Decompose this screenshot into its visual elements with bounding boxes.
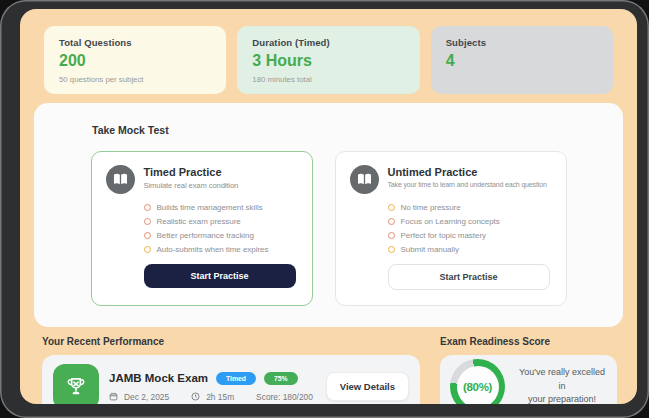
stat-note: 50 questions per subject [59,75,211,84]
card-header-text: Untimed Practice Take your time to learn… [388,165,547,188]
timed-practice-card: Timed Practice Simulate real exam condit… [91,151,313,306]
stats-row: Total Questions 200 50 questions per sub… [44,26,613,94]
feature-ring-icon [144,232,151,239]
feature-item: Realistic exam pressure [144,217,298,226]
exam-date: Dec 2, 2025 [124,392,169,402]
feature-item: Builds time management skills [144,203,298,212]
performance-info: JAMB Mock Exam Timed 75% Dec 2, 2025 2h … [109,372,316,402]
exam-duration: 2h 15m [206,392,234,402]
feature-item: Perfect for topic mastery [388,231,552,240]
recent-performance-section: Your Recent Performance [42,336,420,404]
feature-item: Better performance tracking [144,231,298,240]
card-body: Builds time management skills Realistic … [144,203,298,288]
stat-value: 4 [446,52,598,70]
practice-card-title: Untimed Practice [388,165,547,178]
feature-text: Realistic exam pressure [157,217,241,226]
view-details-button[interactable]: View Details [326,372,409,401]
start-timed-practice-button[interactable]: Start Practise [144,264,296,288]
feature-ring-icon [388,232,395,239]
readiness-percent: (80%) [457,366,499,405]
performance-card: JAMB Mock Exam Timed 75% Dec 2, 2025 2h … [42,355,420,404]
bottom-row: Your Recent Performance [42,336,617,404]
app-background: Total Questions 200 50 questions per sub… [20,9,637,404]
stat-label: Total Questions [59,37,211,48]
open-book-icon [106,165,135,194]
stat-value: 200 [59,52,211,70]
clock-icon [191,392,200,401]
card-body: No time pressure Focus on Learning conce… [388,203,552,290]
feature-ring-icon [388,246,395,253]
feature-item: Auto-submits when time expires [144,245,298,254]
practice-card-title: Timed Practice [144,165,239,178]
readiness-message: You've really excelled in your preparati… [517,366,607,404]
stat-value: 3 Hours [252,52,404,70]
readiness-ring: (80%) [450,359,505,404]
exam-name: JAMB Mock Exam [109,372,208,384]
percent-badge: 75% [264,372,298,385]
feature-text: Perfect for topic mastery [401,231,486,240]
stat-card-total-questions: Total Questions 200 50 questions per sub… [44,26,226,94]
stat-label: Subjects [446,37,598,48]
card-header: Untimed Practice Take your time to learn… [350,165,552,194]
readiness-message-line2: your preparation! [517,393,607,404]
feature-text: No time pressure [401,203,461,212]
card-header-text: Timed Practice Simulate real exam condit… [144,165,239,190]
feature-item: Focus on Learning concepts [388,217,552,226]
untimed-practice-card: Untimed Practice Take your time to learn… [335,151,567,306]
readiness-card: (80%) You've really excelled in your pre… [440,355,617,404]
practice-card-subtitle: Take your time to learn and understand e… [388,181,547,188]
stat-label: Duration (Timed) [252,37,404,48]
feature-item: Submit manually [388,245,552,254]
feature-text: Better performance tracking [157,231,254,240]
recent-performance-title: Your Recent Performance [42,336,420,347]
feature-item: No time pressure [388,203,552,212]
practice-row: Timed Practice Simulate real exam condit… [34,151,623,306]
performance-top-row: JAMB Mock Exam Timed 75% [109,372,316,385]
feature-ring-icon [388,218,395,225]
feature-ring-icon [144,246,151,253]
card-header: Timed Practice Simulate real exam condit… [106,165,298,194]
feature-ring-icon [388,204,395,211]
open-book-icon [350,165,379,194]
trophy-icon [53,364,99,405]
take-mock-test-panel: Take Mock Test Timed Practice Simulate r… [34,103,623,327]
practice-card-subtitle: Simulate real exam condition [144,181,239,190]
feature-text: Auto-submits when time expires [157,245,269,254]
exam-readiness-title: Exam Readiness Score [440,336,617,347]
feature-ring-icon [144,218,151,225]
panel-title: Take Mock Test [92,124,623,136]
stat-card-subjects: Subjects 4 [431,26,613,94]
stat-card-duration: Duration (Timed) 3 Hours 180 minutes tot… [237,26,419,94]
timed-badge: Timed [216,372,256,385]
calendar-icon [109,392,118,401]
device-frame: Total Questions 200 50 questions per sub… [0,0,649,418]
exam-readiness-section: Exam Readiness Score (80%) You've really… [440,336,617,404]
start-untimed-practice-button[interactable]: Start Practise [388,264,550,290]
readiness-message-line1: You've really excelled in [517,366,607,393]
feature-text: Builds time management skills [157,203,263,212]
feature-text: Submit manually [401,245,459,254]
exam-score: Score: 180/200 [256,392,313,402]
stat-note: 180 minutes total [252,75,404,84]
performance-meta-row: Dec 2, 2025 2h 15m Score: 180/200 [109,392,316,402]
feature-ring-icon [144,204,151,211]
feature-text: Focus on Learning concepts [401,217,500,226]
